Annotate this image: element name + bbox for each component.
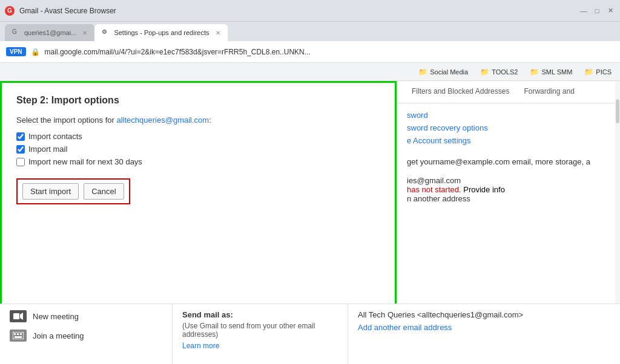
email-link[interactable]: alltechqueries@gmail.com [116,115,209,125]
keyboard-icon [10,330,27,342]
tab-settings[interactable]: ⚙ Settings - Pop-ups and redirects ✕ [94,24,227,41]
import-mail-label: Import mail [28,145,67,154]
maximize-button[interactable]: □ [592,6,602,16]
add-another-email-link[interactable]: Add another email address [358,323,452,332]
start-import-button[interactable]: Start import [22,183,79,200]
tab-gmail-label: queries1@gmai... [24,29,76,36]
folder-icon: 📁 [418,68,427,76]
bottom-panel: New meeting Join a meeting Send mail as:… [0,304,620,364]
not-started-status: has not started. [407,185,461,194]
select-import-text: Select the import options for alltechque… [16,115,380,125]
bookmark-tools2[interactable]: 📁 TOOLS2 [477,67,521,77]
checkbox-import-new-mail[interactable]: Import new mail for next 30 days [16,157,380,166]
cancel-button[interactable]: Cancel [84,183,124,200]
browser-title: Gmail - Avast Secure Browser [19,7,574,15]
step-title: Step 2: Import options [16,95,380,106]
lock-icon: 🔒 [31,48,40,56]
browser-favicon: G [5,6,15,16]
svg-rect-5 [20,333,22,335]
import-new-mail-label: Import new mail for next 30 days [28,157,142,166]
tab-forwarding[interactable]: Forwarding and [516,81,581,103]
scrollbar-thumb[interactable] [616,99,619,123]
checkbox-import-mail[interactable]: Import mail [16,145,380,154]
settings-link-account[interactable]: e Account settings [407,136,610,145]
address-bar: VPN 🔒 mail.google.com/mail/u/4/?ui=2&ik=… [0,41,620,63]
tab-filters-blocked[interactable]: Filters and Blocked Addresses [404,81,516,103]
join-meeting-label: Join a meeting [33,331,84,340]
button-group: Start import Cancel [16,178,130,204]
settings-tabs: Filters and Blocked Addresses Forwarding… [397,81,620,103]
tab-gmail-close[interactable]: ✕ [82,30,87,36]
send-mail-label: Send mail as: [182,310,338,319]
minimize-button[interactable]: — [579,6,589,16]
url-text[interactable]: mail.google.com/mail/u/4/?ui=2&ik=e1ec7f… [45,48,614,56]
checkbox-import-contacts[interactable]: Import contacts [16,132,380,141]
meet-section: New meeting Join a meeting [0,304,173,364]
video-icon [10,310,27,322]
bookmark-social-media-label: Social Media [430,68,468,76]
import-contacts-checkbox[interactable] [16,132,25,141]
import-status-section: ies@gmail.com has not started. Provide i… [397,171,620,208]
folder-icon: 📁 [530,68,539,76]
folder-icon: 📁 [480,68,489,76]
svg-rect-4 [17,333,19,335]
svg-rect-2 [13,332,24,339]
settings-link-password[interactable]: sword [407,111,610,120]
import-from: n another address [407,194,610,203]
bookmarks-bar: 📁 Social Media 📁 TOOLS2 📁 SML SMM 📁 PICS [0,63,620,81]
tab-settings-close[interactable]: ✕ [216,30,220,36]
new-meeting-label: New meeting [33,312,79,321]
new-meeting-item[interactable]: New meeting [10,310,162,322]
bookmark-pics-label: PICS [596,68,612,76]
checkbox-group: Import contacts Import mail Import new m… [16,132,380,166]
bookmark-social-media[interactable]: 📁 Social Media [415,67,472,77]
bookmark-pics[interactable]: 📁 PICS [581,67,615,77]
settings-favicon: ⚙ [102,28,110,37]
import-status-line: has not started. Provide info [407,185,610,194]
select-text-after: : [209,115,211,125]
import-mail-checkbox[interactable] [16,145,25,154]
svg-marker-1 [20,313,23,320]
window-controls: — □ ✕ [579,6,615,16]
select-text-before: Select the import options for [16,115,116,125]
settings-links: sword sword recovery options e Account s… [397,103,620,152]
import-contacts-label: Import contacts [28,132,82,141]
bookmark-tools2-label: TOOLS2 [492,68,518,76]
svg-rect-0 [13,313,19,319]
add-email-section: All Tech Queries <alltechqueries1@gmail.… [348,304,620,364]
send-mail-note: (Use Gmail to send from your other email… [182,322,338,339]
add-email-name: All Tech Queries <alltechqueries1@gmail.… [358,310,610,319]
learn-more-link[interactable]: Learn more [182,342,219,350]
svg-rect-3 [14,333,16,335]
bookmark-sml-smm-label: SML SMM [541,68,572,76]
join-meeting-item[interactable]: Join a meeting [10,330,162,342]
tab-bar: G queries1@gmai... ✕ ⚙ Settings - Pop-up… [0,22,620,41]
settings-link-recovery[interactable]: sword recovery options [407,123,610,132]
import-email: ies@gmail.com [407,176,610,185]
tab-settings-label: Settings - Pop-ups and redirects [114,29,209,36]
svg-rect-6 [15,336,22,338]
gmail-favicon: G [12,28,21,37]
import-status-suffix: Provide info [463,185,505,194]
tab-gmail[interactable]: G queries1@gmai... ✕ [5,24,94,41]
import-new-mail-checkbox[interactable] [16,158,25,166]
settings-promo: get yourname@example.com email, more sto… [397,152,620,171]
folder-icon: 📁 [584,68,593,76]
send-mail-section: Send mail as: (Use Gmail to send from yo… [173,304,348,364]
bookmark-sml-smm[interactable]: 📁 SML SMM [526,67,576,77]
vpn-badge[interactable]: VPN [6,47,26,56]
browser-titlebar: G Gmail - Avast Secure Browser — □ ✕ [0,0,620,22]
promo-text: get yourname@example.com email, more sto… [407,157,590,166]
close-button[interactable]: ✕ [605,6,615,16]
